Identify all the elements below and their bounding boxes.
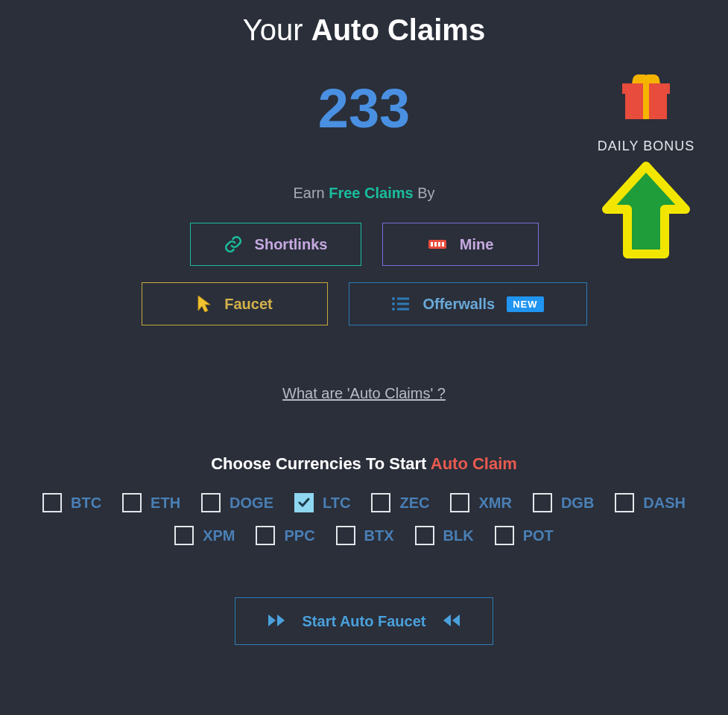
checkbox[interactable] [294, 493, 314, 512]
currency-label: XPM [203, 527, 235, 544]
shortlinks-label: Shortlinks [255, 236, 328, 253]
currency-zec[interactable]: ZEC [371, 493, 429, 512]
offerwalls-label: Offerwalls [422, 296, 495, 313]
svg-rect-8 [397, 303, 409, 305]
svg-rect-2 [434, 242, 437, 247]
currency-label: ETH [151, 495, 180, 512]
link-icon [224, 235, 243, 254]
start-label: Start Auto Faucet [303, 613, 426, 630]
checkbox[interactable] [533, 493, 552, 512]
checkbox[interactable] [415, 526, 434, 545]
currency-xmr[interactable]: XMR [450, 493, 511, 512]
page-title: Your Auto Claims [0, 0, 728, 47]
currency-dash[interactable]: DASH [615, 493, 686, 512]
currency-btc[interactable]: BTC [42, 493, 101, 512]
currency-pot[interactable]: POT [495, 526, 554, 545]
svg-point-9 [392, 308, 395, 311]
title-bold: Auto Claims [311, 13, 485, 46]
currency-label: DOGE [230, 495, 273, 512]
earn-pre: Earn [293, 185, 329, 201]
currency-label: DASH [643, 495, 686, 512]
checkbox[interactable] [256, 526, 275, 545]
currency-blk[interactable]: BLK [415, 526, 474, 545]
currency-dgb[interactable]: DGB [533, 493, 594, 512]
currency-label: BLK [443, 527, 474, 544]
currency-label: XMR [478, 495, 511, 512]
currencies-list: BTCETHDOGELTCZECXMRDGBDASHXPMPPCBTXBLKPO… [37, 493, 692, 545]
currency-xpm[interactable]: XPM [174, 526, 235, 545]
faucet-label: Faucet [224, 296, 272, 313]
rewind-icon [442, 613, 460, 630]
svg-point-7 [392, 302, 395, 305]
daily-bonus[interactable]: DAILY BONUS [586, 74, 706, 266]
new-badge: NEW [507, 296, 543, 312]
svg-rect-10 [397, 308, 409, 311]
arrow-up-icon [598, 159, 694, 263]
offerwalls-button[interactable]: Offerwalls NEW [349, 282, 587, 325]
daily-bonus-label: DAILY BONUS [586, 139, 706, 154]
svg-point-5 [392, 297, 395, 300]
svg-rect-4 [442, 242, 444, 247]
currency-doge[interactable]: DOGE [201, 493, 273, 512]
earn-mid: Free Claims [329, 185, 413, 201]
checkbox[interactable] [122, 493, 142, 512]
start-auto-faucet-button[interactable]: Start Auto Faucet [235, 597, 494, 645]
what-are-auto-claims-link[interactable]: What are 'Auto Claims' ? [282, 385, 446, 402]
faucet-button[interactable]: Faucet [142, 282, 328, 325]
earn-post: By [414, 185, 435, 201]
fast-forward-icon [268, 613, 286, 630]
checkbox[interactable] [201, 493, 221, 512]
currency-ltc[interactable]: LTC [294, 493, 350, 512]
mine-button[interactable]: Mine [382, 223, 539, 266]
shortlinks-button[interactable]: Shortlinks [190, 223, 361, 266]
list-icon [391, 296, 411, 312]
checkbox[interactable] [174, 526, 194, 545]
svg-rect-6 [397, 298, 409, 300]
currency-ppc[interactable]: PPC [256, 526, 314, 545]
chip-icon [427, 237, 448, 252]
mine-label: Mine [460, 236, 494, 253]
currency-label: BTX [364, 527, 394, 544]
svg-rect-1 [431, 242, 433, 247]
cursor-icon [196, 294, 212, 314]
title-pre: Your [243, 13, 311, 46]
currency-label: POT [523, 527, 554, 544]
svg-rect-3 [438, 242, 440, 247]
earn-row-2: Faucet Offerwalls NEW [0, 282, 728, 325]
choose-red: Auto Claim [431, 454, 517, 473]
checkbox[interactable] [450, 493, 469, 512]
currency-label: DGB [561, 495, 594, 512]
page: Your Auto Claims 233 DAILY BONUS Earn Fr… [0, 0, 728, 715]
currency-eth[interactable]: ETH [122, 493, 180, 512]
currency-label: LTC [323, 495, 350, 512]
currency-label: BTC [71, 495, 101, 512]
currency-label: ZEC [399, 495, 429, 512]
choose-pre: Choose Currencies To Start [211, 454, 431, 473]
checkbox[interactable] [336, 526, 355, 545]
checkbox[interactable] [371, 493, 390, 512]
checkbox[interactable] [615, 493, 634, 512]
currency-label: PPC [284, 527, 314, 544]
checkbox[interactable] [495, 526, 514, 545]
checkbox[interactable] [42, 493, 62, 512]
gift-icon [622, 74, 670, 122]
choose-currencies-heading: Choose Currencies To Start Auto Claim [0, 454, 728, 474]
currency-btx[interactable]: BTX [336, 526, 394, 545]
